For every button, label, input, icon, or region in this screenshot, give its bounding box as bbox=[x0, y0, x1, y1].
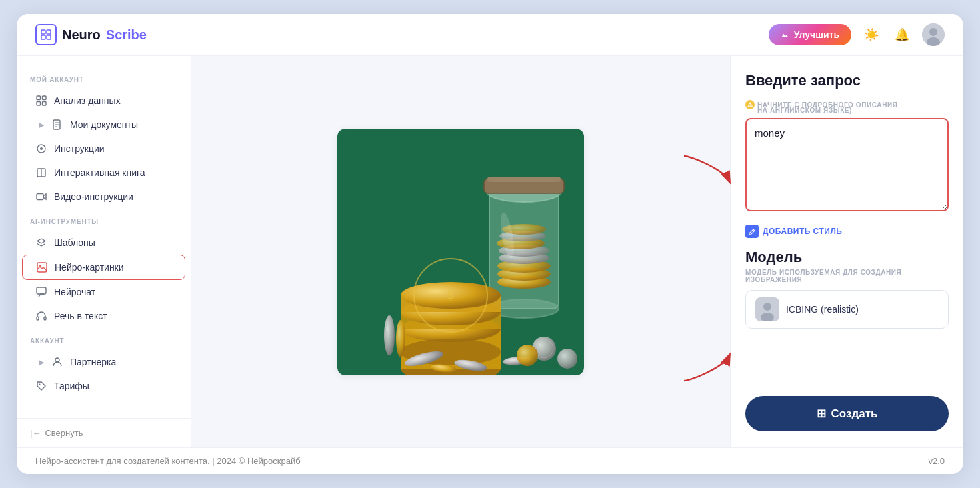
notification-button[interactable]: 🔔 bbox=[891, 24, 913, 45]
sidebar-section-ai: AI-ИНСТРУМЕНТЫ bbox=[17, 218, 191, 231]
sidebar-item-instructions[interactable]: Инструкции bbox=[22, 137, 185, 161]
sidebar-item-video-instructions[interactable]: Видео-инструкции bbox=[22, 185, 185, 209]
query-textarea[interactable]: money bbox=[745, 118, 949, 211]
right-panel: Введите запрос ⚠ НАЧНИТЕ С ПОДРОБНОГО ОП… bbox=[730, 56, 963, 447]
collapse-icon: |← bbox=[30, 428, 41, 438]
sidebar-item-tariffs-label: Тарифы bbox=[54, 381, 89, 391]
svg-point-62 bbox=[517, 345, 538, 366]
sidebar: МОЙ АККАУНТ Анализ данных ▶ bbox=[17, 56, 191, 447]
sidebar-item-neuro-chat[interactable]: Нейрочат bbox=[22, 280, 185, 304]
sidebar-item-templates[interactable]: Шаблоны bbox=[22, 231, 185, 255]
svg-point-57 bbox=[384, 315, 395, 355]
sidebar-item-video-instructions-label: Видео-инструкции bbox=[54, 191, 133, 202]
sidebar-item-interactive-book-label: Интерактивная книга bbox=[54, 167, 145, 178]
sidebar-item-interactive-book[interactable]: Интерактивная книга bbox=[22, 161, 185, 185]
model-avatar bbox=[755, 297, 779, 321]
upgrade-button[interactable]: Улучшить bbox=[769, 24, 851, 45]
chevron-right-small-icon: ▶ bbox=[35, 356, 47, 368]
logo-neuro: Neuro bbox=[62, 27, 101, 43]
body: МОЙ АККАУНТ Анализ данных ▶ bbox=[17, 56, 963, 447]
coins-image: $ bbox=[337, 129, 584, 375]
add-style-section: добавить стиль bbox=[745, 225, 949, 238]
sidebar-item-my-docs-label: Мои документы bbox=[70, 119, 138, 130]
footer-copyright: Нейро-ассистент для создателей контента.… bbox=[35, 456, 301, 466]
sidebar-item-neuro-images-label: Нейро-картинки bbox=[55, 262, 124, 273]
logo-scribe: Scribe bbox=[106, 27, 147, 43]
svg-point-26 bbox=[39, 384, 41, 385]
footer: Нейро-ассистент для создателей контента.… bbox=[17, 447, 963, 474]
sidebar-item-instructions-label: Инструкции bbox=[54, 143, 105, 154]
sidebar-section-account: МОЙ АККАУНТ bbox=[17, 76, 191, 89]
sidebar-item-templates-label: Шаблоны bbox=[54, 237, 95, 248]
svg-rect-9 bbox=[37, 102, 41, 106]
svg-point-58 bbox=[396, 320, 405, 357]
avatar[interactable] bbox=[922, 23, 945, 46]
svg-rect-0 bbox=[41, 30, 45, 34]
svg-rect-10 bbox=[43, 102, 47, 106]
logo-icon bbox=[35, 24, 57, 45]
image-icon bbox=[36, 261, 48, 273]
svg-point-66 bbox=[763, 303, 771, 311]
book-icon bbox=[35, 167, 47, 179]
header: NeuroScribe Улучшить ☀️ 🔔 bbox=[17, 14, 963, 56]
tag-icon bbox=[35, 380, 47, 392]
edit-icon bbox=[745, 225, 759, 238]
sidebar-collapse[interactable]: |← Свернуть bbox=[17, 418, 191, 447]
person-icon bbox=[51, 356, 63, 368]
chevron-right-icon: ▶ bbox=[35, 119, 47, 131]
sun-icon: ☀️ bbox=[864, 27, 879, 42]
svg-rect-23 bbox=[37, 317, 39, 320]
svg-rect-7 bbox=[37, 96, 41, 100]
add-style-button[interactable]: добавить стиль bbox=[745, 225, 842, 238]
headphones-icon bbox=[35, 310, 47, 322]
panel-title: Введите запрос bbox=[745, 72, 949, 89]
layers-icon bbox=[35, 237, 47, 249]
svg-text:$: $ bbox=[447, 289, 454, 302]
query-section: ⚠ НАЧНИТЕ С ПОДРОБНОГО ОПИСАНИЯ НА АНГЛИ… bbox=[745, 100, 949, 214]
theme-toggle-button[interactable]: ☀️ bbox=[861, 24, 882, 45]
circle-icon bbox=[35, 143, 47, 155]
model-select[interactable]: ICBING (realistic) bbox=[745, 290, 949, 329]
sidebar-item-my-docs[interactable]: ▶ Мои документы bbox=[22, 113, 185, 137]
sidebar-item-partner-label: Партнерка bbox=[70, 357, 116, 367]
svg-rect-24 bbox=[44, 317, 46, 320]
svg-point-5 bbox=[929, 28, 937, 36]
video-icon bbox=[35, 191, 47, 203]
model-name: ICBING (realistic) bbox=[786, 304, 859, 315]
create-button[interactable]: ⊞ Создать bbox=[745, 396, 949, 431]
app-container: NeuroScribe Улучшить ☀️ 🔔 bbox=[17, 14, 963, 474]
header-right: Улучшить ☀️ 🔔 bbox=[769, 23, 945, 46]
main-content: $ bbox=[191, 56, 730, 447]
footer-version: v2.0 bbox=[928, 456, 945, 466]
svg-point-16 bbox=[40, 147, 43, 150]
sidebar-content: МОЙ АККАУНТ Анализ данных ▶ bbox=[17, 69, 191, 398]
logo: NeuroScribe bbox=[35, 24, 147, 45]
model-title: Модель bbox=[745, 249, 949, 266]
grid-icon bbox=[35, 95, 47, 107]
model-sublabel: МОДЕЛЬ ИСПОЛЬЗУЕМАЯ ДЛЯ СОЗДАНИЯ ИЗОБРАЖ… bbox=[745, 269, 949, 283]
query-sublabel2: НА АНГЛИЙСКОМ ЯЗЫКЕ) bbox=[745, 107, 949, 114]
svg-rect-8 bbox=[43, 96, 47, 100]
svg-point-61 bbox=[557, 349, 577, 369]
doc-icon bbox=[51, 119, 63, 131]
model-section: Модель МОДЕЛЬ ИСПОЛЬЗУЕМАЯ ДЛЯ СОЗДАНИЯ … bbox=[745, 249, 949, 329]
generated-image-card: $ bbox=[337, 129, 584, 375]
svg-point-25 bbox=[55, 358, 59, 362]
svg-rect-19 bbox=[37, 194, 43, 200]
sidebar-item-neuro-images[interactable]: Нейро-картинки bbox=[22, 255, 185, 280]
warn-icon: ⚠ bbox=[745, 100, 755, 109]
sidebar-item-data-analysis[interactable]: Анализ данных bbox=[22, 89, 185, 113]
collapse-label: Свернуть bbox=[45, 428, 83, 438]
chat-icon bbox=[35, 286, 47, 298]
svg-rect-1 bbox=[47, 30, 51, 34]
bell-icon: 🔔 bbox=[895, 27, 909, 42]
sidebar-item-tariffs[interactable]: Тарифы bbox=[22, 374, 185, 398]
svg-rect-22 bbox=[37, 287, 46, 294]
sidebar-item-neuro-chat-label: Нейрочат bbox=[54, 287, 95, 297]
svg-rect-3 bbox=[47, 35, 51, 39]
sidebar-item-data-analysis-label: Анализ данных bbox=[54, 95, 121, 106]
create-icon: ⊞ bbox=[817, 407, 826, 421]
sidebar-item-partner[interactable]: ▶ Партнерка bbox=[22, 350, 185, 374]
sidebar-item-speech-text[interactable]: Речь в текст bbox=[22, 304, 185, 328]
sidebar-item-speech-text-label: Речь в текст bbox=[54, 311, 107, 321]
